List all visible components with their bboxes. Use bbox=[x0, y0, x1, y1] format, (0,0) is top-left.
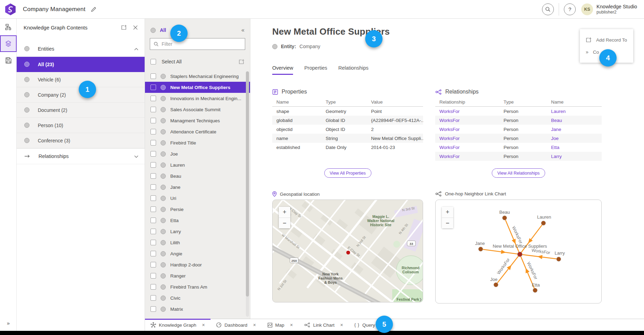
one-hop-link-chart[interactable]: WorksForWorksForWorksForWorksForBeauLaur… bbox=[435, 200, 602, 303]
node-Etta[interactable] bbox=[533, 288, 538, 293]
table-cell-link[interactable]: WorksFor bbox=[435, 154, 499, 159]
record-list-item[interactable]: Managment Techniques bbox=[145, 115, 250, 126]
record-list-item[interactable]: Ranger bbox=[145, 270, 250, 281]
node-Joe[interactable] bbox=[494, 283, 498, 287]
record-list-item[interactable]: Angie bbox=[145, 248, 250, 259]
node-Jane[interactable] bbox=[479, 247, 483, 252]
relationships-section-header[interactable]: Relationships bbox=[17, 148, 145, 164]
record-checkbox[interactable] bbox=[151, 184, 156, 190]
close-tab-icon[interactable]: ✕ bbox=[290, 323, 293, 327]
record-checkbox[interactable] bbox=[151, 195, 156, 201]
record-list-item[interactable]: New Metal Office Suppliers bbox=[145, 82, 250, 93]
user-block[interactable]: Knowledge Studio publisher2 bbox=[596, 4, 637, 15]
chart-zoom-in-button[interactable]: + bbox=[442, 207, 453, 218]
node-center[interactable] bbox=[517, 252, 522, 257]
table-cell-link[interactable]: WorksFor bbox=[435, 109, 499, 114]
bottom-tab-dashboard[interactable]: Dashboard✕ bbox=[211, 319, 261, 331]
close-tab-icon[interactable]: ✕ bbox=[340, 323, 343, 327]
entities-section-header[interactable]: Entities bbox=[17, 41, 145, 57]
scrollbar-thumb[interactable] bbox=[246, 71, 249, 297]
chevron-down-icon[interactable] bbox=[134, 153, 138, 159]
close-panel-icon[interactable] bbox=[133, 25, 138, 30]
data-model-icon[interactable] bbox=[0, 19, 17, 35]
entity-type-item[interactable]: Document (2) bbox=[17, 103, 145, 118]
record-list-item[interactable]: Sales Associate Summit bbox=[145, 104, 250, 115]
record-checkbox[interactable] bbox=[151, 129, 156, 134]
record-checkbox[interactable] bbox=[151, 73, 156, 79]
table-cell-link[interactable]: Jane bbox=[547, 127, 602, 132]
record-checkbox[interactable] bbox=[151, 206, 156, 212]
table-cell-link[interactable]: Lauren bbox=[547, 109, 602, 114]
record-list-item[interactable]: Larry bbox=[145, 226, 250, 237]
record-list-item[interactable]: Civic bbox=[145, 292, 250, 303]
view-all-relationships-button[interactable]: View All Relationships bbox=[492, 168, 545, 178]
record-checkbox[interactable] bbox=[151, 240, 156, 245]
menu-item-add-record-to[interactable]: Add Record To bbox=[580, 34, 633, 46]
record-list-item[interactable]: Jane bbox=[145, 182, 250, 193]
record-checkbox[interactable] bbox=[151, 85, 156, 90]
table-cell-link[interactable]: Etta bbox=[547, 145, 602, 150]
table-cell-link[interactable]: Larry bbox=[547, 154, 602, 159]
record-checkbox[interactable] bbox=[151, 306, 156, 312]
record-list-item[interactable]: Attendance Certificate bbox=[145, 126, 250, 137]
record-list-item[interactable]: Staplers Mechanical Engineering bbox=[145, 71, 250, 82]
entity-type-item[interactable]: Conference (3) bbox=[17, 133, 145, 148]
layers-icon[interactable] bbox=[0, 35, 17, 52]
tab-relationships[interactable]: Relationships bbox=[338, 65, 369, 75]
chevron-up-icon[interactable] bbox=[134, 46, 138, 52]
entity-type-item[interactable]: Person (10) bbox=[17, 118, 145, 133]
record-list-scrollbar[interactable] bbox=[246, 71, 249, 317]
record-checkbox[interactable] bbox=[151, 162, 156, 168]
view-all-properties-button[interactable]: View All Properties bbox=[324, 168, 371, 178]
table-cell-link[interactable]: WorksFor bbox=[435, 127, 499, 132]
record-checkbox[interactable] bbox=[151, 218, 156, 223]
expand-rail-icon[interactable]: » bbox=[0, 317, 17, 329]
record-checkbox[interactable] bbox=[151, 229, 156, 234]
bottom-tab-map[interactable]: Map✕ bbox=[262, 319, 299, 331]
collapse-panel-icon[interactable]: « bbox=[241, 27, 244, 33]
geospatial-map[interactable]: W Clay StW Marshall StE Clay StN 3rd StN… bbox=[272, 200, 423, 302]
record-checkbox[interactable] bbox=[151, 140, 156, 146]
edit-title-button[interactable] bbox=[91, 7, 96, 12]
node-Lauren[interactable] bbox=[541, 221, 546, 226]
record-checkbox[interactable] bbox=[151, 262, 156, 267]
record-list-item[interactable]: Hardtop 2-door bbox=[145, 259, 250, 270]
entity-type-item[interactable]: All (23) bbox=[17, 57, 145, 72]
tab-properties[interactable]: Properties bbox=[304, 65, 327, 75]
record-checkbox[interactable] bbox=[151, 251, 156, 256]
add-to-new-map-icon[interactable] bbox=[239, 59, 244, 65]
record-checkbox[interactable] bbox=[151, 295, 156, 301]
table-cell-link[interactable]: Beau bbox=[547, 118, 602, 123]
select-all-checkbox[interactable] bbox=[151, 59, 156, 64]
record-list-item[interactable]: Joe bbox=[145, 148, 250, 159]
record-checkbox[interactable] bbox=[151, 151, 156, 157]
record-list-item[interactable]: Lauren bbox=[145, 159, 250, 170]
chart-zoom-out-button[interactable]: − bbox=[442, 218, 453, 228]
new-map-icon[interactable] bbox=[121, 25, 127, 30]
table-cell-link[interactable]: WorksFor bbox=[435, 118, 499, 123]
close-tab-icon[interactable]: ✕ bbox=[253, 323, 256, 327]
record-list-item[interactable]: Beau bbox=[145, 170, 250, 182]
close-tab-icon[interactable]: ✕ bbox=[202, 323, 205, 327]
record-checkbox[interactable] bbox=[151, 118, 156, 123]
record-list-item[interactable]: Persie bbox=[145, 204, 250, 215]
record-list-item[interactable]: Matrix bbox=[145, 303, 250, 315]
record-list-item[interactable]: Uri bbox=[145, 193, 250, 204]
record-checkbox[interactable] bbox=[151, 273, 156, 279]
record-checkbox[interactable] bbox=[151, 284, 156, 290]
table-cell-link[interactable]: WorksFor bbox=[435, 145, 499, 150]
avatar[interactable]: KS bbox=[581, 3, 593, 15]
record-list-item[interactable]: Innovations in Mechanical Engin... bbox=[145, 93, 250, 104]
bottom-tab-knowledge-graph[interactable]: Knowledge Graph✕ bbox=[145, 319, 211, 331]
record-checkbox[interactable] bbox=[151, 107, 156, 112]
tab-overview[interactable]: Overview bbox=[272, 65, 293, 75]
table-cell-link[interactable]: WorksFor bbox=[435, 136, 499, 141]
node-Larry[interactable] bbox=[557, 257, 561, 262]
record-list-item[interactable]: Lilith bbox=[145, 237, 250, 248]
record-checkbox[interactable] bbox=[151, 173, 156, 179]
zoom-out-button[interactable]: − bbox=[279, 218, 290, 228]
table-cell-link[interactable]: Joe bbox=[547, 136, 602, 141]
zoom-in-button[interactable]: + bbox=[279, 207, 290, 218]
search-button[interactable] bbox=[542, 3, 554, 15]
record-list-item[interactable]: Firebird Trans Am bbox=[145, 281, 250, 292]
